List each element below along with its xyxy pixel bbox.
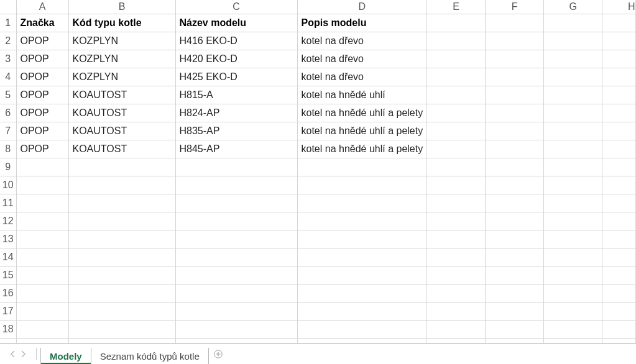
- cell-E5[interactable]: [427, 86, 486, 104]
- cell-D13[interactable]: [297, 230, 427, 248]
- row-header-11[interactable]: 11: [0, 194, 16, 212]
- cell-H17[interactable]: [602, 303, 636, 321]
- cell-E4[interactable]: [427, 68, 486, 86]
- col-header-E[interactable]: E: [427, 0, 486, 14]
- cell-H10[interactable]: [602, 176, 636, 194]
- cell-B10[interactable]: [68, 176, 175, 194]
- row-header-19[interactable]: 19: [0, 339, 16, 344]
- cell-C17[interactable]: [175, 303, 297, 321]
- row-header-16[interactable]: 16: [0, 284, 16, 303]
- cell-C8[interactable]: H845-AP: [175, 140, 297, 158]
- cell-F14[interactable]: [486, 248, 544, 266]
- cell-A6[interactable]: OPOP: [16, 104, 68, 122]
- row-header-12[interactable]: 12: [0, 212, 16, 230]
- cell-A15[interactable]: [16, 266, 68, 284]
- cell-E8[interactable]: [427, 140, 486, 158]
- row-header-1[interactable]: 1: [0, 14, 16, 32]
- cell-G4[interactable]: [544, 68, 602, 86]
- col-header-G[interactable]: G: [544, 0, 602, 14]
- cell-B19[interactable]: [68, 339, 175, 344]
- cell-C3[interactable]: H420 EKO-D: [175, 50, 297, 68]
- col-header-C[interactable]: C: [175, 0, 297, 14]
- cell-H18[interactable]: [602, 321, 636, 339]
- cell-D4[interactable]: kotel na dřevo: [297, 68, 427, 86]
- sheet-tab-modely[interactable]: Modely: [40, 348, 91, 364]
- cell-C11[interactable]: [175, 194, 297, 212]
- cell-F11[interactable]: [486, 194, 544, 212]
- cell-B18[interactable]: [68, 321, 175, 339]
- cell-H8[interactable]: [602, 140, 636, 158]
- cell-B8[interactable]: KOAUTOST: [68, 140, 175, 158]
- cell-G17[interactable]: [544, 303, 602, 321]
- cell-A12[interactable]: [16, 212, 68, 230]
- cell-E2[interactable]: [427, 32, 486, 50]
- cell-H6[interactable]: [602, 104, 636, 122]
- new-sheet-button[interactable]: [208, 344, 228, 364]
- cell-B15[interactable]: [68, 266, 175, 284]
- cell-G16[interactable]: [544, 284, 602, 303]
- sheet-nav-next-icon[interactable]: [19, 350, 27, 358]
- cell-A10[interactable]: [16, 176, 68, 194]
- cell-B13[interactable]: [68, 230, 175, 248]
- row-header-2[interactable]: 2: [0, 32, 16, 50]
- cell-A3[interactable]: OPOP: [16, 50, 68, 68]
- cell-F7[interactable]: [486, 122, 544, 140]
- cell-F8[interactable]: [486, 140, 544, 158]
- cell-G1[interactable]: [544, 14, 602, 32]
- cell-F5[interactable]: [486, 86, 544, 104]
- cell-F6[interactable]: [486, 104, 544, 122]
- row-header-15[interactable]: 15: [0, 266, 16, 284]
- cell-B14[interactable]: [68, 248, 175, 266]
- cell-E16[interactable]: [427, 284, 486, 303]
- cell-A1[interactable]: Značka: [16, 14, 68, 32]
- spreadsheet-grid[interactable]: A B C D E F G H 1ZnačkaKód typu kotleNáz…: [0, 0, 636, 344]
- cell-C18[interactable]: [175, 321, 297, 339]
- cell-F13[interactable]: [486, 230, 544, 248]
- cell-D16[interactable]: [297, 284, 427, 303]
- cell-G11[interactable]: [544, 194, 602, 212]
- row-header-7[interactable]: 7: [0, 122, 16, 140]
- cell-A17[interactable]: [16, 303, 68, 321]
- cell-G14[interactable]: [544, 248, 602, 266]
- cell-D1[interactable]: Popis modelu: [297, 14, 427, 32]
- cell-G18[interactable]: [544, 321, 602, 339]
- cell-B3[interactable]: KOZPLYN: [68, 50, 175, 68]
- cell-A13[interactable]: [16, 230, 68, 248]
- cell-D7[interactable]: kotel na hnědé uhlí a pelety: [297, 122, 427, 140]
- cell-G15[interactable]: [544, 266, 602, 284]
- cell-A11[interactable]: [16, 194, 68, 212]
- cell-C1[interactable]: Název modelu: [175, 14, 297, 32]
- cell-D9[interactable]: [297, 158, 427, 176]
- cell-H14[interactable]: [602, 248, 636, 266]
- cell-G10[interactable]: [544, 176, 602, 194]
- cell-G19[interactable]: [544, 339, 602, 344]
- cell-G2[interactable]: [544, 32, 602, 50]
- cell-A2[interactable]: OPOP: [16, 32, 68, 50]
- cell-E10[interactable]: [427, 176, 486, 194]
- cell-D8[interactable]: kotel na hnědé uhlí a pelety: [297, 140, 427, 158]
- row-header-10[interactable]: 10: [0, 176, 16, 194]
- cell-A9[interactable]: [16, 158, 68, 176]
- cell-H12[interactable]: [602, 212, 636, 230]
- cell-A19[interactable]: [16, 339, 68, 344]
- cell-D3[interactable]: kotel na dřevo: [297, 50, 427, 68]
- cell-H2[interactable]: [602, 32, 636, 50]
- cell-A4[interactable]: OPOP: [16, 68, 68, 86]
- cell-C13[interactable]: [175, 230, 297, 248]
- cell-G9[interactable]: [544, 158, 602, 176]
- row-header-6[interactable]: 6: [0, 104, 16, 122]
- cell-G7[interactable]: [544, 122, 602, 140]
- cell-D5[interactable]: kotel na hnědé uhlí: [297, 86, 427, 104]
- col-header-A[interactable]: A: [16, 0, 68, 14]
- cell-G3[interactable]: [544, 50, 602, 68]
- cell-F16[interactable]: [486, 284, 544, 303]
- cell-G13[interactable]: [544, 230, 602, 248]
- cell-H13[interactable]: [602, 230, 636, 248]
- row-header-3[interactable]: 3: [0, 50, 16, 68]
- sheet-nav-arrows[interactable]: [4, 344, 32, 364]
- cell-H7[interactable]: [602, 122, 636, 140]
- cell-F17[interactable]: [486, 303, 544, 321]
- cell-G12[interactable]: [544, 212, 602, 230]
- cell-E18[interactable]: [427, 321, 486, 339]
- cell-B17[interactable]: [68, 303, 175, 321]
